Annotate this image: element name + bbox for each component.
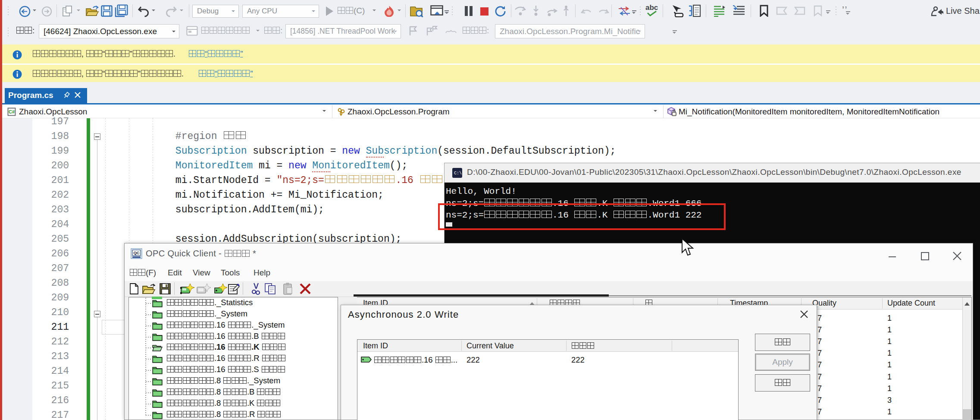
svg-text:C#: C# (9, 109, 15, 114)
svg-text:C:\: C:\ (454, 171, 462, 176)
svg-text:QC: QC (133, 250, 139, 255)
